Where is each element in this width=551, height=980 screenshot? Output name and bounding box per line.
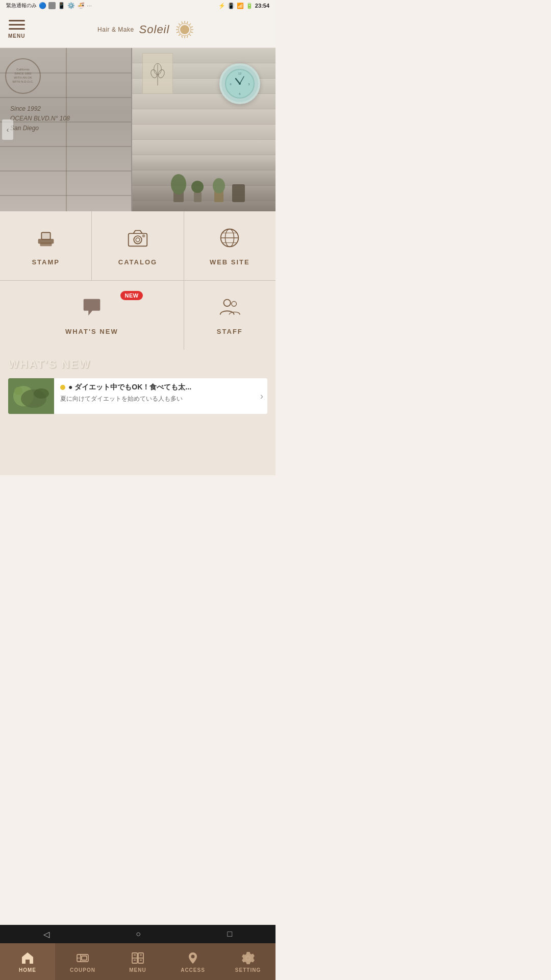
grid-menu: STAMP CATALOG WEB SITE <box>0 211 276 350</box>
whats-new-section: WHAT'S NEW ● ダイエット中でもOK！食べても太... 夏に向けてダイ… <box>0 350 276 475</box>
globe-icon <box>217 226 242 252</box>
news-dot <box>60 385 65 390</box>
svg-point-33 <box>191 181 204 193</box>
status-bar: 緊急通報のみ 🔵 📱 ⚙️ 🍜 ··· ⚡ 📳 📶 🔋 23:54 <box>0 0 276 11</box>
news-title: ● ダイエット中でもOK！食べても太... <box>60 382 263 393</box>
svg-line-7 <box>189 34 191 36</box>
svg-rect-37 <box>38 239 53 243</box>
svg-point-0 <box>180 25 189 34</box>
news-item[interactable]: ● ダイエット中でもOK！食べても太... 夏に向けてダイエットを始めている人も… <box>8 378 267 414</box>
camera-icon <box>126 226 150 252</box>
svg-point-57 <box>34 388 49 399</box>
svg-line-13 <box>177 32 179 33</box>
svg-point-35 <box>213 178 225 193</box>
svg-line-10 <box>182 21 183 23</box>
logo-area: Hair & Make Soleil <box>25 19 267 40</box>
staff-button[interactable]: STAFF <box>184 281 276 350</box>
new-badge: NEW <box>120 291 142 300</box>
svg-line-12 <box>191 27 193 28</box>
svg-line-17 <box>182 36 183 38</box>
svg-line-15 <box>177 27 179 28</box>
svg-rect-38 <box>40 243 51 246</box>
svg-point-31 <box>171 174 186 194</box>
svg-line-11 <box>187 36 188 38</box>
news-body: 夏に向けてダイエットを始めている人も多い <box>60 395 263 403</box>
svg-rect-32 <box>194 192 202 202</box>
status-left-text: 緊急通報のみ <box>6 2 37 9</box>
battery-icon: 🔋 <box>246 3 253 9</box>
menu-button[interactable]: MENU <box>8 20 25 39</box>
svg-line-16 <box>187 21 188 23</box>
svg-point-44 <box>136 238 140 242</box>
bluetooth-icon: ⚡ <box>218 3 226 9</box>
whats-new-title: WHAT'S NEW <box>8 358 267 371</box>
svg-point-56 <box>14 387 22 395</box>
vibrate-icon: 📳 <box>228 3 235 9</box>
svg-line-6 <box>179 23 180 25</box>
svg-point-52 <box>232 301 237 306</box>
svg-point-45 <box>143 235 145 237</box>
staff-icon <box>217 295 242 322</box>
wifi-icon: 📶 <box>237 3 244 9</box>
hero-banner: CaliforniaSINCE 1892WITH AN OKWITH N.D.O… <box>0 48 276 211</box>
catalog-button[interactable]: CATALOG <box>92 211 183 280</box>
speech-bubble-icon <box>80 295 104 322</box>
website-button[interactable]: WEB SITE <box>184 211 276 280</box>
news-text-area: ● ダイエット中でもOK！食べても太... 夏に向けてダイエットを始めている人も… <box>60 378 267 407</box>
stamp-icon <box>34 226 58 252</box>
sun-icon <box>174 19 195 40</box>
news-thumbnail <box>8 378 54 414</box>
app-header: MENU Hair & Make Soleil <box>0 11 276 48</box>
whatsnew-button[interactable]: NEW WHAT'S NEW <box>0 281 184 350</box>
clock-display: 23:54 <box>255 3 269 9</box>
svg-text:12: 12 <box>238 72 242 75</box>
svg-line-14 <box>191 32 193 33</box>
hero-address: Since 1992 OCEAN BLVD.N° 108 San Diego <box>10 104 70 134</box>
svg-point-51 <box>224 300 231 306</box>
svg-point-43 <box>134 236 141 243</box>
svg-rect-36 <box>232 184 245 202</box>
news-arrow-icon: › <box>260 391 263 402</box>
wall-clock: 12 3 6 9 <box>219 63 260 104</box>
svg-rect-40 <box>41 232 50 239</box>
svg-point-25 <box>239 83 241 85</box>
svg-line-8 <box>189 23 191 25</box>
hero-prev-button[interactable]: ‹ <box>2 119 13 140</box>
stamp-button[interactable]: STAMP <box>0 211 91 280</box>
svg-line-9 <box>179 34 180 36</box>
